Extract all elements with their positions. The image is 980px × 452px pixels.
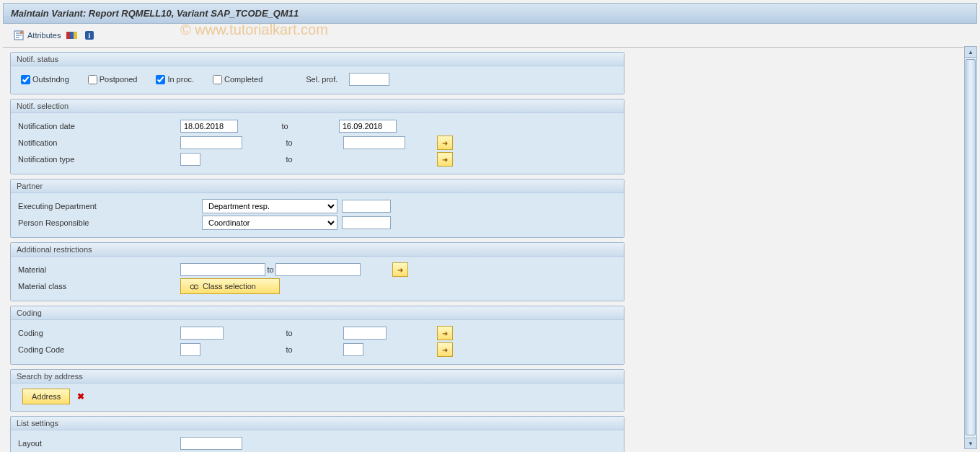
coding-multi-select-icon[interactable]: ➜ xyxy=(437,326,453,340)
group-list-settings: List settings Layout xyxy=(10,416,624,452)
coding-code-multi-select-icon[interactable]: ➜ xyxy=(437,342,453,357)
vertical-scrollbar[interactable]: ▲ ▼ xyxy=(964,46,977,449)
group-header-partner: Partner xyxy=(11,180,624,193)
coding-label: Coding xyxy=(18,329,180,337)
attributes-label: Attributes xyxy=(27,31,61,40)
group-notif-status: Notif. status Outstndng Postponed In pro… xyxy=(10,52,624,94)
class-selection-label: Class selection xyxy=(203,282,256,291)
notif-from-input[interactable] xyxy=(180,136,242,149)
to-label: to xyxy=(278,122,292,130)
exec-dept-value-input[interactable] xyxy=(342,200,391,213)
notif-to-input[interactable] xyxy=(343,136,405,149)
svg-rect-2 xyxy=(66,32,70,39)
columns-icon[interactable] xyxy=(66,30,78,41)
group-address: Search by address Address ✖ xyxy=(10,369,624,412)
notif-label: Notification xyxy=(18,138,180,147)
group-header-address: Search by address xyxy=(11,370,624,384)
coding-from-input[interactable] xyxy=(180,327,224,340)
sel-prof-input[interactable] xyxy=(349,73,389,86)
notif-type-from-input[interactable] xyxy=(180,153,200,166)
person-resp-value-input[interactable] xyxy=(342,216,391,229)
notif-date-to-input[interactable] xyxy=(339,120,397,133)
attributes-icon xyxy=(13,30,25,41)
notif-date-label: Notification date xyxy=(18,122,180,130)
group-header-list: List settings xyxy=(11,417,624,430)
address-button-label: Address xyxy=(32,392,61,401)
scroll-thumb[interactable] xyxy=(966,59,976,435)
class-selection-button[interactable]: Class selection xyxy=(180,278,280,294)
group-header-status: Notif. status xyxy=(11,53,624,66)
notif-type-label: Notification type xyxy=(18,155,180,164)
postponed-label: Postponed xyxy=(100,75,138,84)
svg-text:i: i xyxy=(89,32,91,40)
toolbar: Attributes i xyxy=(3,27,977,48)
material-from-input[interactable] xyxy=(180,263,265,276)
group-coding: Coding Coding to ➜ Coding Code to ➜ xyxy=(10,306,624,365)
outstanding-checkbox[interactable]: Outstndng xyxy=(18,73,69,87)
notif-date-from-input[interactable] xyxy=(180,120,238,133)
completed-label: Completed xyxy=(224,75,262,84)
group-additional: Additional restrictions Material to ➜ Ma… xyxy=(10,242,624,301)
scroll-down-icon[interactable]: ▼ xyxy=(965,438,976,448)
attributes-button[interactable]: Attributes xyxy=(13,30,61,41)
coding-code-label: Coding Code xyxy=(18,345,180,354)
group-notif-selection: Notif. selection Notification date to No… xyxy=(10,99,624,174)
coding-to-input[interactable] xyxy=(343,327,387,340)
layout-label: Layout xyxy=(18,439,180,448)
completed-checkbox[interactable]: Completed xyxy=(210,73,262,87)
info-icon[interactable]: i xyxy=(84,30,95,41)
material-multi-select-icon[interactable]: ➜ xyxy=(392,262,408,277)
group-header-additional: Additional restrictions xyxy=(11,243,624,257)
notif-multi-select-icon[interactable]: ➜ xyxy=(437,136,453,150)
scroll-track[interactable] xyxy=(965,58,976,438)
outstanding-label: Outstndng xyxy=(32,75,69,84)
material-to-input[interactable] xyxy=(275,263,361,276)
group-header-selection: Notif. selection xyxy=(11,99,624,113)
material-label: Material xyxy=(18,265,180,274)
svg-point-1 xyxy=(20,31,23,34)
inproc-checkbox[interactable]: In proc. xyxy=(153,73,194,87)
material-class-label: Material class xyxy=(18,282,180,291)
exec-dept-label: Executing Department xyxy=(18,202,202,211)
delete-icon[interactable]: ✖ xyxy=(77,391,84,402)
svg-rect-3 xyxy=(70,32,74,39)
person-resp-label: Person Responsible xyxy=(18,218,202,227)
group-header-coding: Coding xyxy=(11,306,624,320)
page-title: Maintain Variant: Report RQMELL10, Varia… xyxy=(3,3,977,24)
layout-input[interactable] xyxy=(180,437,242,450)
postponed-checkbox[interactable]: Postponed xyxy=(85,73,138,87)
scroll-up-icon[interactable]: ▲ xyxy=(965,47,976,58)
exec-dept-select[interactable]: Department resp. xyxy=(202,199,337,213)
address-button[interactable]: Address xyxy=(22,389,70,404)
person-resp-select[interactable]: Coordinator xyxy=(202,216,337,230)
coding-code-to-input[interactable] xyxy=(343,343,363,356)
coding-code-from-input[interactable] xyxy=(180,343,200,356)
svg-rect-4 xyxy=(74,32,77,39)
notif-type-multi-select-icon[interactable]: ➜ xyxy=(437,152,453,167)
sel-prof-label: Sel. prof. xyxy=(306,75,349,84)
group-partner: Partner Executing Department Department … xyxy=(10,179,624,238)
inproc-label: In proc. xyxy=(167,75,194,84)
binoculars-icon xyxy=(190,282,198,291)
